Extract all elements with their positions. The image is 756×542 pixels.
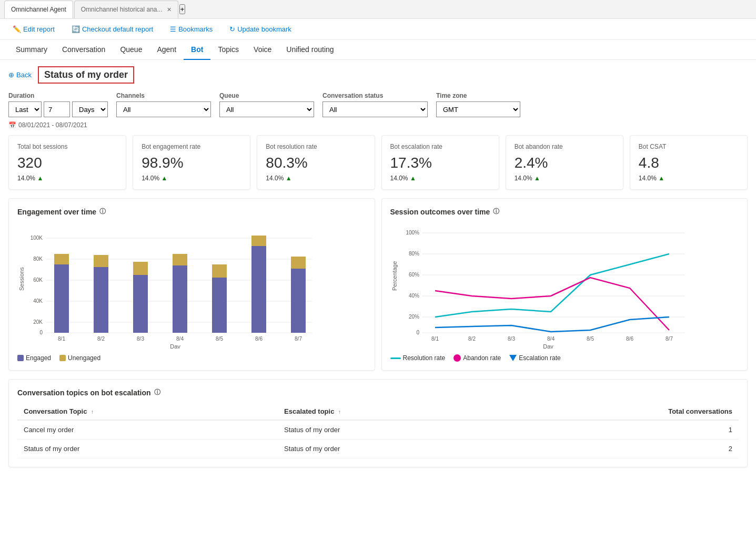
col-header-conversation-topic[interactable]: Conversation Topic ↑: [17, 403, 278, 420]
filters-row: Duration Last Days Channels All Queue Al…: [8, 92, 748, 117]
svg-text:8/5: 8/5: [587, 336, 594, 342]
checkout-default-button[interactable]: 🔄 Checkout default report: [67, 23, 157, 35]
svg-text:8/3: 8/3: [508, 336, 515, 342]
svg-text:Day: Day: [170, 343, 180, 349]
session-outcomes-chart-card: Session outcomes over time ⓘ Percentage …: [381, 198, 748, 371]
trend-up-icon-5: ▲: [658, 175, 664, 182]
timezone-label: Time zone: [436, 92, 520, 99]
conv-status-filter: Conversation status All: [322, 92, 428, 117]
table-title: Conversation topics on bot escalation ⓘ: [17, 388, 739, 397]
svg-text:8/6: 8/6: [255, 336, 263, 342]
tab-label-active: Omnichannel Agent: [11, 6, 66, 13]
svg-text:20K: 20K: [33, 319, 43, 325]
svg-text:0: 0: [39, 330, 43, 335]
nav-tab-queue[interactable]: Queue: [113, 40, 149, 60]
conversation-topics-table: Conversation Topic ↑ Escalated topic ↑ T…: [17, 403, 739, 458]
nav-tab-bot[interactable]: Bot: [184, 40, 210, 60]
cell-topic-0: Cancel my order: [17, 420, 278, 439]
sort-icon-escalated: ↑: [338, 409, 341, 415]
engagement-chart-svg: Sessions 100K 80K 60K 40K 20K 0: [17, 222, 322, 349]
bookmark-icon: ☰: [170, 25, 176, 33]
duration-unit-select[interactable]: Days: [72, 101, 108, 117]
queue-filter: Queue All: [219, 92, 314, 117]
kpi-bot-resolution-rate: Bot resolution rate 80.3% 14.0% ▲: [257, 135, 375, 190]
kpi-total-bot-sessions: Total bot sessions 320 14.0% ▲: [8, 135, 126, 190]
svg-text:100%: 100%: [406, 230, 419, 236]
table-header-row: Conversation Topic ↑ Escalated topic ↑ T…: [17, 403, 739, 420]
kpi-bot-csat: Bot CSAT 4.8 14.0% ▲: [630, 135, 748, 190]
svg-rect-28: [251, 246, 266, 333]
sort-icon-topic: ↑: [91, 409, 94, 415]
legend-engaged: Engaged: [17, 354, 51, 362]
svg-text:8/2: 8/2: [468, 336, 476, 342]
duration-value-input[interactable]: [44, 101, 70, 117]
svg-text:20%: 20%: [408, 314, 419, 320]
col-header-escalated-topic[interactable]: Escalated topic ↑: [278, 403, 497, 420]
svg-rect-29: [251, 236, 266, 246]
close-tab-icon[interactable]: ✕: [167, 6, 172, 13]
svg-text:60K: 60K: [33, 277, 43, 283]
timezone-select[interactable]: GMT: [436, 101, 520, 117]
conversation-topics-table-card: Conversation topics on bot escalation ⓘ …: [8, 379, 748, 467]
checkout-icon: 🔄: [72, 25, 80, 33]
trend-up-icon-1: ▲: [162, 175, 168, 182]
table-info-icon[interactable]: ⓘ: [154, 388, 160, 397]
trend-up-icon-4: ▲: [534, 175, 540, 182]
nav-tab-conversation[interactable]: Conversation: [55, 40, 113, 60]
svg-text:Percentage: Percentage: [391, 261, 398, 291]
channels-filter: Channels All: [116, 92, 211, 117]
svg-rect-31: [291, 269, 306, 333]
cell-escalated-1: Status of my order: [278, 439, 497, 458]
svg-text:Day: Day: [543, 343, 553, 349]
update-bookmark-button[interactable]: ↻ Update bookmark: [225, 23, 296, 35]
svg-text:8/7: 8/7: [295, 336, 302, 342]
nav-tab-topics[interactable]: Topics: [210, 40, 246, 60]
channels-select[interactable]: All: [116, 101, 211, 117]
bookmarks-button[interactable]: ☰ Bookmarks: [166, 23, 217, 35]
conv-status-select[interactable]: All: [322, 101, 428, 117]
svg-text:8/1: 8/1: [58, 336, 65, 342]
svg-text:100K: 100K: [31, 235, 43, 241]
session-info-icon[interactable]: ⓘ: [493, 207, 499, 216]
browser-tab-active[interactable]: Omnichannel Agent: [4, 1, 73, 18]
kpi-bot-escalation-rate: Bot escalation rate 17.3% 14.0% ▲: [381, 135, 499, 190]
svg-rect-20: [133, 262, 148, 275]
edit-report-button[interactable]: ✏️ Edit report: [8, 23, 59, 35]
engagement-info-icon[interactable]: ⓘ: [99, 207, 106, 216]
date-range: 📅 08/01/2021 - 08/07/2021: [8, 121, 748, 129]
svg-text:Sessions: Sessions: [18, 267, 25, 291]
nav-tab-summary[interactable]: Summary: [8, 40, 55, 60]
duration-preset-select[interactable]: Last: [8, 101, 42, 117]
svg-rect-13: [54, 264, 69, 333]
queue-label: Queue: [219, 92, 314, 99]
back-arrow-icon: ⊕: [8, 71, 14, 79]
legend-escalation-rate: Escalation rate: [509, 354, 560, 362]
nav-tab-agent[interactable]: Agent: [149, 40, 184, 60]
engagement-legend: Engaged Unengaged: [17, 354, 366, 362]
page-title: Status of my order: [38, 66, 134, 84]
edit-icon: ✏️: [13, 25, 21, 33]
engagement-chart-container: Sessions 100K 80K 60K 40K 20K 0: [17, 222, 366, 350]
escalation-rate-swatch: [509, 355, 517, 361]
charts-row: Engagement over time ⓘ Sessions 100K 80K…: [8, 198, 748, 371]
timezone-filter: Time zone GMT: [436, 92, 520, 117]
resolution-rate-swatch: [390, 357, 401, 359]
browser-tab-inactive[interactable]: Omnichannel historical ana... ✕: [74, 1, 178, 18]
update-icon: ↻: [229, 25, 235, 33]
svg-text:8/5: 8/5: [216, 336, 223, 342]
calendar-icon: 📅: [8, 121, 16, 129]
nav-tab-voice[interactable]: Voice: [246, 40, 279, 60]
svg-rect-22: [173, 265, 187, 333]
kpi-bot-engagement-rate: Bot engagement rate 98.9% 14.0% ▲: [133, 135, 250, 190]
session-outcomes-chart-container: Percentage 100% 80% 60% 40% 20% 0 8/1: [390, 222, 739, 350]
unengaged-color-swatch: [59, 355, 66, 361]
svg-text:8/1: 8/1: [431, 336, 439, 342]
back-button[interactable]: ⊕ Back: [8, 71, 32, 79]
nav-tab-unified-routing[interactable]: Unified routing: [279, 40, 341, 60]
svg-rect-19: [133, 275, 148, 333]
svg-text:8/2: 8/2: [97, 336, 105, 342]
table-row: Cancel my order Status of my order 1: [17, 420, 739, 439]
queue-select[interactable]: All: [219, 101, 314, 117]
svg-text:80K: 80K: [33, 256, 43, 262]
add-tab-button[interactable]: +: [179, 4, 186, 14]
